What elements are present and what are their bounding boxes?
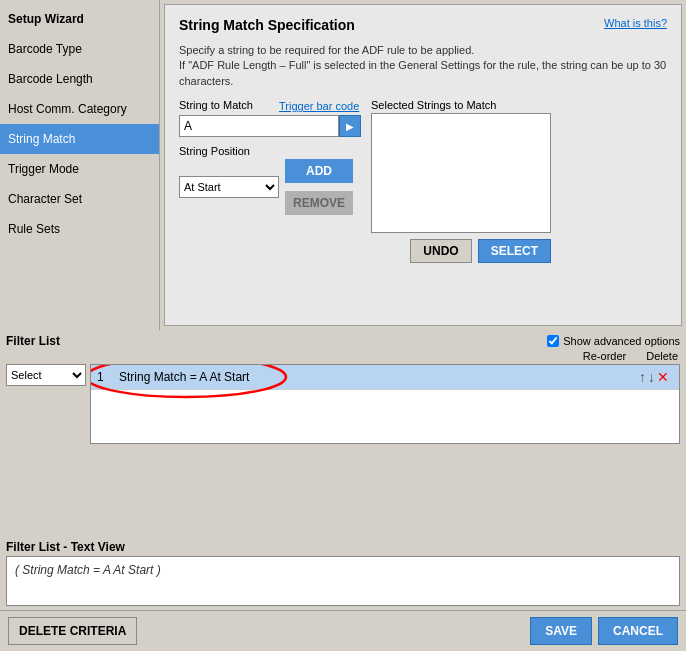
sidebar: Setup Wizard Barcode Type Barcode Length…	[0, 0, 160, 330]
sidebar-item-trigger-mode[interactable]: Trigger Mode	[0, 154, 159, 184]
main-container: Setup Wizard Barcode Type Barcode Length…	[0, 0, 686, 651]
panel-description: Specify a string to be required for the …	[179, 43, 667, 89]
text-view-box: ( String Match = A At Start )	[6, 556, 680, 606]
delete-label: Delete	[646, 350, 678, 362]
filter-controls-row: Select 1 String Match = A At Start ↑ ↓ ✕	[6, 364, 680, 444]
panel-header-row: String Match Specification What is this?	[179, 17, 667, 37]
string-input[interactable]	[179, 115, 339, 137]
sidebar-item-barcode-type[interactable]: Barcode Type	[0, 34, 159, 64]
position-row: At Start At End Anywhere ADD REMOVE	[179, 159, 361, 215]
filter-row-number: 1	[97, 370, 111, 384]
reorder-delete-row: Re-order Delete	[6, 350, 680, 362]
filter-list-box: 1 String Match = A At Start ↑ ↓ ✕	[90, 364, 680, 444]
reorder-label: Re-order	[583, 350, 626, 362]
selected-strings-section: Selected Strings to Match UNDO SELECT	[371, 99, 551, 263]
position-label: String Position	[179, 145, 361, 157]
filter-section: Filter List Show advanced options Re-ord…	[0, 330, 686, 536]
sidebar-item-string-match[interactable]: String Match	[0, 124, 159, 154]
string-input-row: ▶	[179, 115, 361, 137]
filter-select-dropdown[interactable]: Select	[6, 364, 86, 386]
select-button[interactable]: SELECT	[478, 239, 551, 263]
undo-button[interactable]: UNDO	[410, 239, 471, 263]
delete-row-button[interactable]: ✕	[657, 369, 669, 385]
string-to-match-label-row: String to Match Trigger bar code	[179, 99, 361, 113]
sidebar-item-barcode-length[interactable]: Barcode Length	[0, 64, 159, 94]
selected-strings-label: Selected Strings to Match	[371, 99, 551, 111]
filter-header: Filter List Show advanced options	[6, 334, 680, 348]
delete-criteria-button[interactable]: DELETE CRITERIA	[8, 617, 137, 645]
content-panel: String Match Specification What is this?…	[164, 4, 682, 326]
show-advanced-label: Show advanced options	[563, 335, 680, 347]
move-up-button[interactable]: ↑	[639, 369, 646, 385]
position-select[interactable]: At Start At End Anywhere	[179, 176, 279, 198]
bottom-bar: DELETE CRITERIA SAVE CANCEL	[0, 610, 686, 651]
string-to-match-label: String to Match	[179, 99, 253, 111]
bottom-right-buttons: SAVE CANCEL	[530, 617, 678, 645]
top-section: Setup Wizard Barcode Type Barcode Length…	[0, 0, 686, 330]
add-remove-col: ADD REMOVE	[285, 159, 353, 215]
show-advanced-checkbox[interactable]	[547, 335, 559, 347]
panel-title: String Match Specification	[179, 17, 355, 33]
sidebar-item-host-comm[interactable]: Host Comm. Category	[0, 94, 159, 124]
cancel-button[interactable]: CANCEL	[598, 617, 678, 645]
sidebar-item-character-set[interactable]: Character Set	[0, 184, 159, 214]
sidebar-item-rule-sets[interactable]: Rule Sets	[0, 214, 159, 244]
text-view-section: Filter List - Text View ( String Match =…	[0, 536, 686, 610]
table-row[interactable]: 1 String Match = A At Start ↑ ↓ ✕	[91, 365, 679, 390]
remove-button[interactable]: REMOVE	[285, 191, 353, 215]
show-advanced-row: Show advanced options	[547, 335, 680, 347]
what-is-this-link[interactable]: What is this?	[604, 17, 667, 29]
save-button[interactable]: SAVE	[530, 617, 592, 645]
form-area: String to Match Trigger bar code ▶ Strin…	[179, 99, 667, 263]
selected-strings-box[interactable]	[371, 113, 551, 233]
text-view-content: ( String Match = A At Start )	[15, 563, 161, 577]
undo-select-row: UNDO SELECT	[371, 239, 551, 263]
trigger-bar-code-link[interactable]: Trigger bar code	[279, 100, 359, 112]
filter-title: Filter List	[6, 334, 60, 348]
left-form: String to Match Trigger bar code ▶ Strin…	[179, 99, 361, 263]
text-view-title: Filter List - Text View	[6, 540, 680, 554]
arrow-button[interactable]: ▶	[339, 115, 361, 137]
add-button[interactable]: ADD	[285, 159, 353, 183]
sidebar-title: Setup Wizard	[0, 8, 159, 34]
filter-row-text: String Match = A At Start	[119, 370, 639, 384]
move-down-button[interactable]: ↓	[648, 369, 655, 385]
reorder-buttons: ↑ ↓ ✕	[639, 369, 669, 385]
